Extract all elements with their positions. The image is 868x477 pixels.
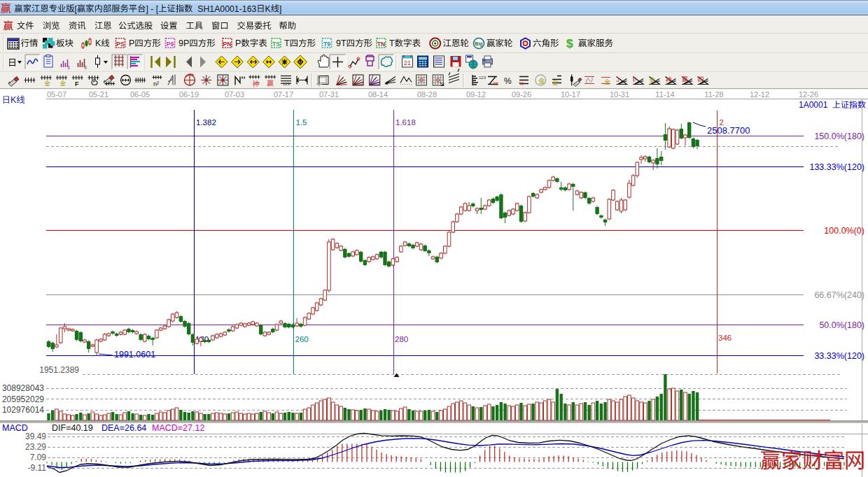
svg-text:10-17: 10-17 [561, 90, 580, 99]
svg-text:]: ] [279, 4, 281, 14]
svg-text:102976014: 102976014 [2, 405, 44, 415]
svg-text:9: 9 [84, 65, 87, 70]
svg-text:n²: n² [153, 80, 159, 87]
svg-text:金: 金 [44, 80, 50, 87]
svg-text:神: 神 [252, 80, 259, 87]
svg-text:10-31: 10-31 [610, 90, 629, 99]
svg-text:123: 123 [479, 76, 486, 80]
svg-text:150.0%(180): 150.0%(180) [814, 131, 864, 141]
svg-text:T: T [284, 38, 290, 48]
svg-text:7.09: 7.09 [30, 453, 47, 462]
svg-text:金: 金 [552, 79, 559, 86]
svg-text:金: 金 [538, 77, 545, 85]
svg-text:1951.2389: 1951.2389 [39, 365, 79, 375]
svg-text:金: 金 [59, 80, 66, 87]
svg-text:PN: PN [223, 41, 232, 48]
svg-text:12-12: 12-12 [750, 90, 769, 99]
svg-text:9T: 9T [336, 38, 346, 48]
svg-text:133.33%(120): 133.33%(120) [809, 162, 864, 172]
svg-text:] - [: ] - [ [146, 4, 158, 14]
svg-text:06-19: 06-19 [179, 90, 199, 99]
svg-text:346: 346 [718, 334, 732, 342]
svg-text:280: 280 [395, 335, 408, 343]
svg-text:P: P [235, 38, 241, 48]
svg-text:12-26: 12-26 [799, 90, 818, 99]
svg-text:K: K [95, 38, 102, 48]
svg-text:%: % [493, 80, 498, 87]
svg-text:07-03: 07-03 [225, 90, 244, 99]
svg-text:07-17: 07-17 [274, 90, 293, 99]
svg-text:09-26: 09-26 [512, 90, 531, 99]
svg-text:08-28: 08-28 [417, 90, 437, 99]
svg-text:K: K [265, 4, 272, 14]
svg-text:09-12: 09-12 [466, 90, 486, 99]
svg-text:1.382: 1.382 [196, 118, 216, 127]
svg-text:1A0001: 1A0001 [799, 100, 832, 110]
svg-text:P: P [129, 38, 134, 48]
svg-text:TS: TS [272, 41, 280, 48]
svg-text:DEA=26.64: DEA=26.64 [102, 423, 146, 433]
svg-text:T: T [389, 38, 395, 48]
svg-text:F: F [75, 80, 79, 87]
svg-text:-9.11: -9.11 [28, 463, 47, 473]
svg-text:金: 金 [604, 78, 610, 85]
svg-text:1991.0601: 1991.0601 [114, 350, 155, 359]
svg-text:260: 260 [295, 335, 309, 343]
svg-text:1.618: 1.618 [396, 118, 416, 127]
svg-text:205952029: 205952029 [2, 394, 44, 404]
svg-text:$: $ [566, 37, 573, 50]
svg-text:MACD: MACD [2, 423, 28, 433]
svg-text:2508.7700: 2508.7700 [707, 125, 750, 136]
svg-text:308928043: 308928043 [2, 383, 44, 393]
svg-text:11-28: 11-28 [704, 90, 723, 99]
svg-text:3: 3 [67, 65, 70, 70]
svg-text:F: F [633, 76, 637, 83]
svg-text:J: J [617, 76, 620, 83]
svg-text:[: [ [75, 4, 78, 14]
svg-text:66.67%(240): 66.67%(240) [814, 290, 864, 300]
svg-text:SH1A0001-163: SH1A0001-163 [192, 4, 256, 14]
svg-text:05-21: 05-21 [89, 90, 108, 99]
svg-text:07-31: 07-31 [319, 90, 339, 99]
svg-text:DIF=40.19: DIF=40.19 [52, 423, 93, 433]
svg-text:TN: TN [377, 41, 385, 48]
svg-text:T9: T9 [323, 41, 330, 48]
svg-text:05-07: 05-07 [47, 90, 66, 99]
svg-text:PS: PS [116, 41, 125, 48]
svg-text:%: % [519, 80, 524, 87]
svg-text:K: K [10, 95, 17, 105]
svg-text:33.33%(120): 33.33%(120) [814, 351, 864, 361]
svg-text:08-14: 08-14 [368, 90, 388, 99]
svg-text:金: 金 [649, 76, 655, 83]
svg-text:50.0%(180): 50.0%(180) [819, 320, 864, 330]
svg-text:%: % [504, 76, 512, 86]
svg-text:9P: 9P [178, 38, 189, 48]
svg-text:21: 21 [404, 59, 411, 66]
svg-text:MACD=27.12: MACD=27.12 [152, 423, 204, 433]
svg-text:123: 123 [283, 82, 290, 86]
svg-text:23.29: 23.29 [25, 442, 46, 452]
svg-text:1.5: 1.5 [296, 118, 307, 127]
svg-text:P9: P9 [167, 41, 174, 48]
svg-text:100.0%(0): 100.0%(0) [824, 226, 864, 236]
svg-text:Big: Big [475, 41, 482, 47]
svg-text:39.49: 39.49 [25, 432, 46, 441]
svg-text:神: 神 [666, 76, 672, 83]
svg-text:06-05: 06-05 [130, 90, 150, 99]
svg-text:11-14: 11-14 [655, 90, 674, 99]
